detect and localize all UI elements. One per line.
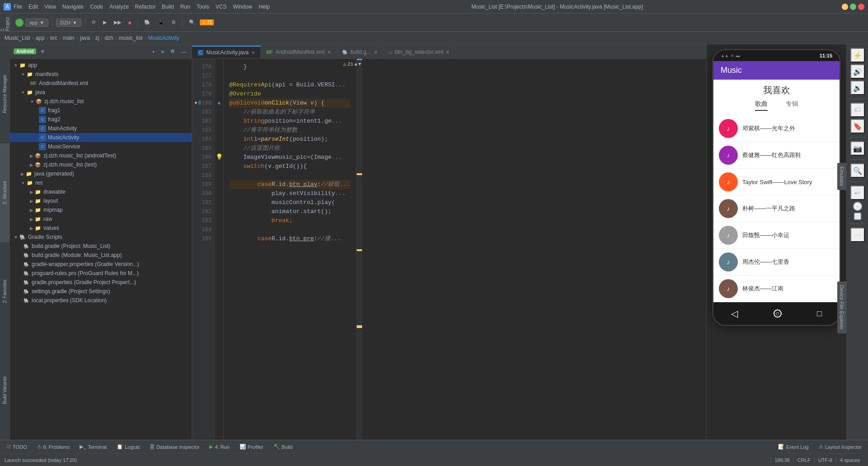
tab-todo[interactable]: ☑ TODO <box>2 442 32 451</box>
tab-btn-bg[interactable]: ◇ btn_bg_selector.xml ✕ <box>383 46 456 58</box>
tree-item-proguard[interactable]: 🐘 proguard-rules.pro (ProGuard Rules for… <box>10 269 192 278</box>
tab-profiler[interactable]: 📊 Profiler <box>235 442 268 451</box>
tab-layout-inspector[interactable]: ⚠ Layout Inspector <box>814 442 866 451</box>
tree-item-values[interactable]: ▶ 📁 values <box>10 223 192 233</box>
sdk-button[interactable]: ⚙ <box>169 18 179 27</box>
breadcrumb-music-list-pkg[interactable]: music_list <box>119 35 143 41</box>
song-item-3[interactable]: ♪ 朴树——一平凡之路 <box>713 195 840 222</box>
song-item-4[interactable]: ♪ 田馥甄——小幸运 <box>713 222 840 249</box>
bookmark-btn-2[interactable]: 🔖 <box>850 119 865 133</box>
tree-item-local-properties[interactable]: 🐘 local.properties (SDK Location) <box>10 296 192 305</box>
breadcrumb-src[interactable]: src <box>50 35 57 41</box>
device-file-explorer-tab[interactable]: Device File Explorer <box>837 281 846 333</box>
tree-item-settings-gradle[interactable]: 🐘 settings.gradle (Project Settings) <box>10 287 192 296</box>
tree-item-layout[interactable]: ▶ 📁 layout <box>10 196 192 205</box>
tab-event-log[interactable]: 📝 Event Log <box>774 442 813 451</box>
resource-manager-tab[interactable]: Resource Manager <box>2 75 7 113</box>
tree-item-gradle-scripts[interactable]: ▼ 🐘 Gradle Scripts <box>10 233 192 242</box>
avd-button[interactable]: 📱 <box>155 18 167 27</box>
tree-item-build-gradle-project[interactable]: 🐘 build.gradle (Project: Music_List) <box>10 242 192 251</box>
bulb-icon-186[interactable]: 💡 <box>216 153 223 162</box>
tab-musicactivity-close[interactable]: ✕ <box>251 50 255 55</box>
structure-tab[interactable]: 2: Structure <box>2 181 7 204</box>
tree-item-androidtest[interactable]: ▶ 📦 zj.dzh.music_list (androidTest) <box>10 151 192 160</box>
favorites-tab[interactable]: 2: Favorites <box>2 280 7 303</box>
menu-tools[interactable]: Tools <box>194 3 212 11</box>
minimize-panel-button[interactable]: — <box>179 48 188 55</box>
power-button[interactable]: ⚡ <box>850 48 865 62</box>
warning-next[interactable]: ▼ <box>358 62 361 67</box>
minimize-button[interactable] <box>842 4 848 10</box>
menu-analyze[interactable]: Analyze <box>107 3 132 11</box>
tab-androidmanifest-close[interactable]: ✕ <box>327 50 331 55</box>
tree-item-mipmap[interactable]: ▶ 📁 mipmap <box>10 205 192 214</box>
tab-androidmanifest[interactable]: MF AndroidManifest.xml ✕ <box>261 46 337 58</box>
breadcrumb-java[interactable]: java <box>80 35 90 41</box>
tab-terminal[interactable]: ▶_ Terminal <box>75 442 111 451</box>
tree-item-gradle-wrapper[interactable]: 🐘 gradle-wrapper.properties (Gradle Vers… <box>10 260 192 269</box>
tree-item-java[interactable]: ▼ 📁 java <box>10 88 192 97</box>
nav-home-icon[interactable]: ○ <box>774 309 782 318</box>
breadcrumb-main[interactable]: main <box>63 35 75 41</box>
project-side-label[interactable]: 1: Project <box>0 14 10 31</box>
menu-view[interactable]: View <box>42 3 59 11</box>
camera-button[interactable]: 📷 <box>850 141 865 156</box>
breadcrumb-dzh[interactable]: dzh <box>104 35 113 41</box>
menu-vcs[interactable]: VCS <box>213 3 230 11</box>
tree-item-res[interactable]: ▼ 📁 res <box>10 178 192 187</box>
android-dropdown-arrow[interactable]: ▼ <box>40 48 45 55</box>
song-item-2[interactable]: ♪ Taylor Swift——Love Story <box>713 169 840 195</box>
tree-item-app[interactable]: ▼ 📁 app <box>10 61 192 70</box>
tab-run[interactable]: ▶ 4: Run <box>205 442 234 451</box>
tree-item-frag2[interactable]: C frag2 <box>10 115 192 124</box>
emulator-side-tab[interactable]: Emulator <box>837 163 846 190</box>
tab-btn-bg-close[interactable]: ✕ <box>446 50 449 55</box>
menu-window[interactable]: Window <box>230 3 255 11</box>
settings-button[interactable]: ⚙ <box>169 48 177 55</box>
menu-run[interactable]: Run <box>178 3 193 11</box>
tree-item-raw[interactable]: ▶ 📁 raw <box>10 214 192 223</box>
menu-build[interactable]: Build <box>159 3 177 11</box>
tree-item-androidmanifest[interactable]: MF AndroidManifest.xml <box>10 79 192 88</box>
volume-up-button[interactable]: 🔊 <box>850 64 865 79</box>
tree-item-package[interactable]: ▼ 📦 zj.dzh.music_list <box>10 97 192 106</box>
breakpoint-180[interactable]: ● <box>194 99 197 108</box>
tree-item-drawable[interactable]: ▶ 📁 drawable <box>10 187 192 196</box>
song-item-1[interactable]: ♪ 蔡健雅——红色高跟鞋 <box>713 142 840 169</box>
collapse-button[interactable]: ≡ <box>160 48 166 55</box>
menu-file[interactable]: File <box>11 3 25 11</box>
breadcrumb-music-activity[interactable]: MusicActivity <box>148 35 179 41</box>
menu-help[interactable]: Help <box>256 3 273 11</box>
tab-buildgradle[interactable]: 🐘 build.g... ✕ <box>337 46 383 58</box>
build-variants-tab[interactable]: Build Variants <box>2 376 7 404</box>
tab-problems[interactable]: ⚠ 6: Problems <box>33 442 75 451</box>
menu-navigate[interactable]: Navigate <box>60 3 86 11</box>
tree-item-frag1[interactable]: C frag1 <box>10 106 192 115</box>
menu-refactor[interactable]: Refactor <box>132 3 158 11</box>
warning-badge[interactable]: ⚠ 21 <box>200 19 214 25</box>
breadcrumb-app[interactable]: app <box>36 35 45 41</box>
tree-item-musicservice[interactable]: C MusicService <box>10 142 192 151</box>
tab-logcat[interactable]: 📋 Logcat <box>112 442 144 451</box>
albums-tab[interactable]: 专辑 <box>786 100 798 111</box>
warning-prev[interactable]: ▲ <box>354 62 358 67</box>
tree-item-manifests[interactable]: ▼ 📁 manifests <box>10 70 192 79</box>
nav-back-icon[interactable]: ◁ <box>731 308 738 319</box>
zoom-button[interactable]: 🔍 <box>850 163 865 178</box>
more-button[interactable]: ⋯ <box>850 228 865 242</box>
recents-btn[interactable]: □ <box>854 213 861 220</box>
debug-run-button[interactable]: ▶▶ <box>111 18 124 27</box>
nav-recents-icon[interactable]: □ <box>817 309 822 319</box>
songs-tab[interactable]: 歌曲 <box>755 100 768 111</box>
gradle-button[interactable]: 🐘 <box>142 18 153 27</box>
song-item-6[interactable]: ♪ 林俊杰——江南 <box>713 276 840 302</box>
add-file-button[interactable]: + <box>150 48 156 55</box>
tree-item-musicactivity[interactable]: C MusicActivity <box>10 133 192 142</box>
tab-buildgradle-close[interactable]: ✕ <box>374 50 377 55</box>
breadcrumb-music-list[interactable]: Music_List <box>5 35 30 41</box>
maximize-button[interactable] <box>850 4 856 10</box>
song-item-5[interactable]: ♪ 周杰伦——七里香 <box>713 249 840 276</box>
tree-item-mainactivity[interactable]: C MainActivity <box>10 124 192 133</box>
volume-down-button[interactable]: 🔉 <box>850 81 865 95</box>
search-button[interactable]: 🔍 <box>186 18 198 27</box>
